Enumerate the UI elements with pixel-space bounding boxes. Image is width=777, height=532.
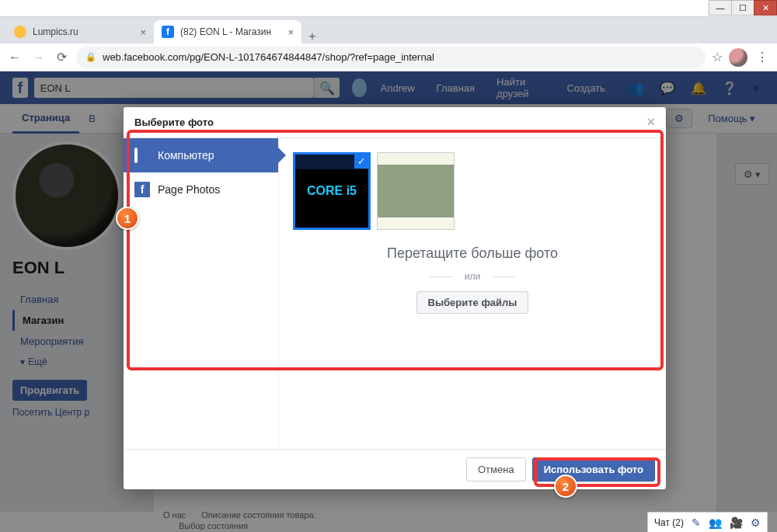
tab-label: (82) EON L - Магазин (180, 26, 271, 37)
lumpics-favicon-icon (14, 26, 26, 38)
url-text: web.facebook.com/pg/EON-L-10176467484484… (103, 51, 434, 63)
modal-content: CORE i5 ✓ Перетащите больше фото или Выб… (279, 138, 666, 449)
chat-label: Чат (2) (654, 517, 684, 528)
photo-thumb-1[interactable]: CORE i5 ✓ (293, 152, 371, 230)
tab-label: Lumpics.ru (33, 26, 78, 37)
modal-title-text: Выберите фото (134, 116, 214, 128)
source-computer[interactable]: Компьютер (124, 138, 278, 172)
modal-header: Выберите фото × (124, 107, 666, 138)
tab-facebook[interactable]: f (82) EON L - Магазин × (154, 20, 301, 43)
lock-icon: 🔒 (85, 52, 96, 62)
profile-avatar[interactable] (729, 48, 747, 67)
address-bar-row: ← → ⟳ 🔒 web.facebook.com/pg/EON-L-101764… (0, 43, 777, 71)
modal-close-button[interactable]: × (646, 114, 655, 130)
window-titlebar: — ☐ ✕ (0, 0, 777, 17)
bookmark-star-icon[interactable]: ☆ (712, 50, 723, 64)
window-maximize-button[interactable]: ☐ (731, 0, 754, 16)
modal-sidebar: Компьютер f Page Photos (124, 138, 279, 449)
edit-icon[interactable]: ✎ (692, 516, 701, 529)
window-close-button[interactable]: ✕ (754, 0, 777, 16)
computer-icon (134, 149, 150, 162)
photo-thumbnails: CORE i5 ✓ (293, 152, 652, 230)
address-bar[interactable]: 🔒 web.facebook.com/pg/EON-L-101764674844… (76, 47, 706, 68)
drop-zone[interactable]: Перетащите больше фото или Выберите файл… (293, 245, 652, 314)
tab-lumpics[interactable]: Lumpics.ru × (6, 20, 154, 43)
nav-reload-button[interactable]: ⟳ (53, 50, 70, 64)
facebook-favicon-icon: f (162, 26, 174, 38)
nav-back-button[interactable]: ← (6, 50, 23, 64)
annotation-step-2: 2 (554, 475, 577, 498)
choose-photo-modal: Выберите фото × Компьютер f Page Photos … (124, 107, 666, 489)
settings-icon[interactable]: ⚙ (751, 516, 761, 529)
tab-close-icon[interactable]: × (287, 26, 294, 38)
photo-thumb-2[interactable] (377, 152, 455, 230)
drag-more-label: Перетащите больше фото (293, 245, 652, 262)
video-icon[interactable]: 🎥 (730, 516, 743, 529)
browser-tabstrip: Lumpics.ru × f (82) EON L - Магазин × + (0, 17, 777, 43)
use-photo-button[interactable]: Использовать фото (532, 457, 655, 482)
cancel-button[interactable]: Отмена (466, 457, 526, 482)
chat-bar[interactable]: Чат (2) ✎ 👥 🎥 ⚙ (647, 512, 768, 532)
modal-footer: Отмена Использовать фото (124, 449, 666, 489)
modal-body: Компьютер f Page Photos CORE i5 ✓ Перета… (124, 138, 666, 449)
new-tab-button[interactable]: + (301, 30, 323, 43)
browser-menu-button[interactable]: ⋮ (754, 50, 771, 64)
facebook-icon: f (134, 182, 150, 197)
or-separator: или (293, 271, 652, 282)
window-minimize-button[interactable]: — (709, 0, 732, 16)
source-page-photos[interactable]: f Page Photos (124, 172, 278, 207)
annotation-step-1: 1 (116, 207, 139, 230)
tab-close-icon[interactable]: × (140, 26, 146, 38)
thumb-caption: CORE i5 (307, 185, 357, 197)
group-icon[interactable]: 👥 (709, 516, 722, 529)
selected-check-icon: ✓ (354, 155, 368, 169)
nav-forward-button[interactable]: → (30, 50, 47, 64)
choose-files-button[interactable]: Выберите файлы (416, 291, 529, 314)
